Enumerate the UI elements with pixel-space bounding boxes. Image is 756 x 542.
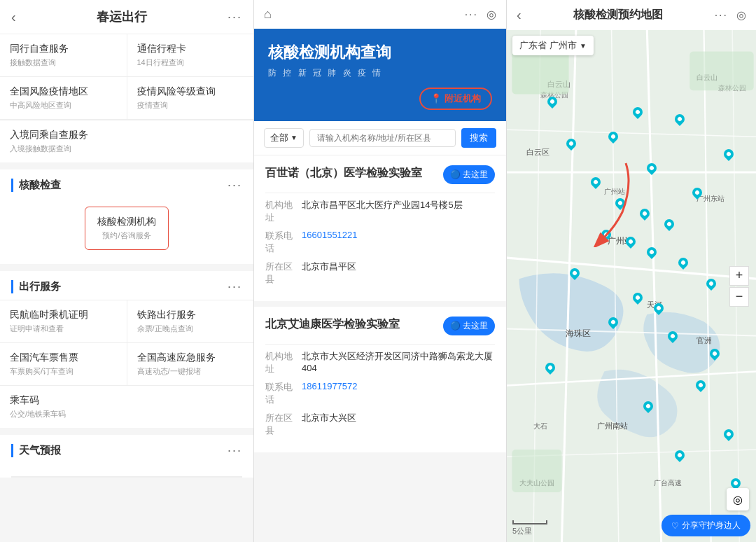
svg-rect-29: [690, 51, 753, 90]
service-sub-5: 入境接触数据查询: [10, 144, 244, 154]
phone-value-1[interactable]: 16601551221: [302, 230, 495, 255]
travel-item-3[interactable]: 全国汽车票售票 车票购买/订车查询: [0, 343, 127, 385]
address-row-2: 机构地址 北京市大兴区经济开发区同济中路狮岛索龙大厦404: [265, 350, 495, 375]
left-panel: ‹ 春运出行 ··· 同行自查服务 接触数据查询 通信行程卡 14日行程查询 全…: [0, 0, 253, 542]
service-item-3[interactable]: 全国风险疫情地区 中高风险地区查询: [0, 77, 127, 119]
go-btn-1[interactable]: 🔵 去这里: [443, 165, 495, 184]
weather-section-title: 天气预报: [11, 444, 61, 457]
map-container[interactable]: 白云山 森林公园 白云山 森林公园 白云区 广州站 广州东站 广州站 天河 海珠…: [507, 30, 756, 542]
service-title-1: 同行自查服务: [10, 43, 117, 55]
banner-title: 核酸检测机构查询: [268, 43, 492, 63]
result-header-2: 北京艾迪康医学检验实验室 🔵 去这里: [265, 317, 495, 335]
address-row-1: 机构地址 北京市昌平区北大医疗产业园14号楼5层: [265, 199, 495, 224]
locate-btn[interactable]: ◎: [727, 488, 749, 510]
result-name-2: 北京艾迪康医学检验实验室: [265, 317, 438, 332]
service-item-5[interactable]: 入境同乘自查服务 入境接触数据查询: [0, 120, 253, 162]
banner-sub: 防 控 新 冠 肺 炎 疫 情: [268, 67, 492, 79]
top-services-section: 同行自查服务 接触数据查询 通信行程卡 14日行程查询 全国风险疫情地区 中高风…: [0, 34, 253, 162]
go-btn-2[interactable]: 🔵 去这里: [443, 317, 495, 335]
travel-more-icon[interactable]: ···: [227, 279, 242, 294]
zoom-in-btn[interactable]: +: [729, 266, 749, 286]
result-card-1: 百世诺（北京）医学检验实验室 🔵 去这里 机构地址 北京市昌平区北大医疗产业园1…: [254, 155, 506, 301]
map-back-icon[interactable]: ‹: [517, 7, 522, 23]
search-button[interactable]: 搜索: [461, 128, 496, 148]
nearby-btn-label: 附近机构: [444, 92, 481, 105]
district-value-1: 北京市昌平区: [302, 260, 495, 286]
weather-more-icon[interactable]: ···: [227, 443, 242, 458]
svg-rect-28: [512, 51, 568, 94]
phone-row-2: 联系电话 18611977572: [265, 381, 495, 406]
search-input[interactable]: [309, 129, 456, 147]
map-more-icon[interactable]: ···: [715, 9, 728, 22]
weather-section-header: 天气预报 ···: [0, 435, 253, 464]
result-card-2: 北京艾迪康医学检验实验室 🔵 去这里 机构地址 北京市大兴区经济开发区同济中路狮…: [254, 307, 506, 452]
results-list: 百世诺（北京）医学检验实验室 🔵 去这里 机构地址 北京市昌平区北大医疗产业园1…: [254, 155, 506, 542]
province-label: 广东省: [519, 39, 547, 52]
svg-text:广州南站: 广州南站: [597, 422, 628, 430]
result-header-1: 百世诺（北京）医学检验实验室 🔵 去这里: [265, 165, 495, 184]
locate-icon: ◎: [733, 493, 743, 506]
location-arrow-icon: ▼: [580, 42, 587, 50]
travel-item-5[interactable]: 乘车码 公交/地铁乘车码: [0, 386, 253, 428]
travel-item-4[interactable]: 全国高速应急服务 高速动态/一键报堵: [127, 343, 254, 385]
nucleic-section-title: 核酸检查: [11, 179, 61, 192]
back-icon[interactable]: ‹: [11, 9, 16, 25]
travel-item-1[interactable]: 民航临时乘机证明 证明申请和查看: [0, 300, 127, 342]
dropdown-label: 全部: [270, 132, 288, 144]
travel-grid: 民航临时乘机证明 证明申请和查看 铁路出行服务 余票/正晚点查询 全国汽车票售票…: [0, 300, 253, 428]
zoom-out-btn[interactable]: −: [729, 287, 749, 307]
phone-row-1: 联系电话 16601551221: [265, 230, 495, 255]
share-icon: ♡: [671, 521, 679, 531]
address-value-2: 北京市大兴区经济开发区同济中路狮岛索龙大厦404: [302, 350, 495, 375]
location-selector[interactable]: 广东省 广州市 ▼: [512, 36, 594, 55]
scale-label: 5公里: [512, 527, 532, 535]
search-dropdown[interactable]: 全部 ▼: [264, 128, 304, 148]
map-controls: + −: [729, 266, 749, 307]
district-row-2: 所在区县 北京市大兴区: [265, 412, 495, 437]
search-bar: 全部 ▼ 搜索: [254, 121, 506, 155]
more-icon[interactable]: ···: [227, 10, 242, 25]
service-item-4[interactable]: 疫情风险等级查询 疫情查询: [127, 77, 254, 119]
page-title: 春运出行: [16, 8, 227, 25]
share-label: 分享守护身边人: [682, 520, 741, 531]
phone-label-1: 联系电话: [265, 230, 296, 255]
nucleic-institution-sub: 预约/咨询服务: [95, 230, 158, 241]
service-sub-1: 接触数据查询: [10, 57, 117, 68]
svg-text:大石: 大石: [533, 422, 547, 430]
middle-more-icon[interactable]: ···: [465, 8, 478, 21]
middle-target-icon[interactable]: ◎: [486, 8, 496, 21]
result-name-1: 百世诺（北京）医学检验实验室: [265, 165, 438, 181]
divider-1: [265, 193, 495, 193]
svg-text:广州站: 广州站: [604, 188, 625, 195]
service-title-3: 全国风险疫情地区: [10, 85, 117, 98]
go-label-2: 去这里: [463, 320, 488, 332]
nucleic-institution-title: 核酸检测机构: [95, 216, 158, 228]
district-value-2: 北京市大兴区: [302, 412, 495, 437]
nearby-btn[interactable]: 📍 附近机构: [419, 88, 492, 110]
travel-item-2[interactable]: 铁路出行服务 余票/正晚点查询: [127, 300, 254, 342]
service-sub-4: 疫情查询: [137, 100, 244, 111]
map-target-icon[interactable]: ◎: [736, 8, 746, 22]
city-label: 广州市: [550, 39, 577, 52]
service-title-2: 通信行程卡: [137, 43, 244, 55]
address-value-1: 北京市昌平区北大医疗产业园14号楼5层: [302, 199, 495, 224]
nucleic-institution-btn[interactable]: 核酸检测机构 预约/咨询服务: [85, 207, 169, 250]
service-item-2[interactable]: 通信行程卡 14日行程查询: [127, 34, 254, 76]
service-item-1[interactable]: 同行自查服务 接触数据查询: [0, 34, 127, 76]
share-btn[interactable]: ♡ 分享守护身边人: [662, 515, 750, 536]
navigation-icon-2: 🔵: [450, 321, 461, 331]
left-panel-header: ‹ 春运出行 ···: [0, 0, 253, 34]
nucleic-more-icon[interactable]: ···: [227, 178, 242, 193]
svg-text:白云区: 白云区: [526, 148, 550, 156]
weather-section: 天气预报 ···: [0, 435, 253, 478]
phone-label-2: 联系电话: [265, 381, 296, 406]
left-panel-content: 同行自查服务 接触数据查询 通信行程卡 14日行程查询 全国风险疫情地区 中高风…: [0, 34, 253, 542]
svg-rect-30: [512, 450, 561, 492]
phone-value-2[interactable]: 18611977572: [302, 381, 495, 406]
right-panel: ‹ 核酸检测预约地图 ··· ◎: [507, 0, 756, 542]
map-header: ‹ 核酸检测预约地图 ··· ◎: [507, 0, 756, 30]
chevron-down-icon: ▼: [290, 134, 298, 141]
home-icon[interactable]: ⌂: [264, 7, 272, 22]
svg-text:官洲: 官洲: [696, 336, 712, 345]
service-title-5: 入境同乘自查服务: [10, 129, 244, 141]
